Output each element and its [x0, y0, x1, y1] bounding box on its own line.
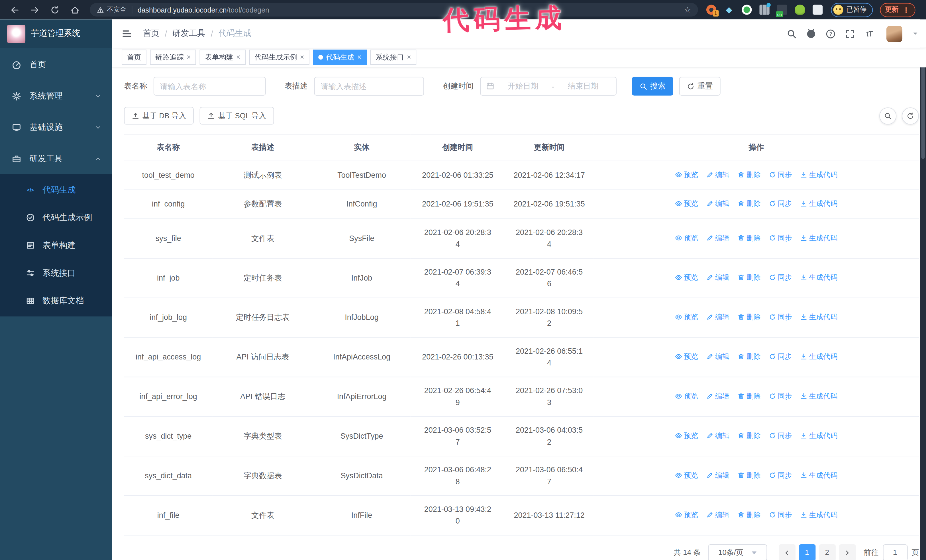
action-eye-link[interactable]: 预览 [675, 351, 698, 362]
action-eye-link[interactable]: 预览 [675, 232, 698, 244]
table-desc-input[interactable] [314, 77, 424, 95]
action-trash-link[interactable]: 删除 [738, 509, 761, 521]
reset-button[interactable]: 重置 [679, 77, 720, 95]
action-edit-link[interactable]: 编辑 [706, 351, 729, 362]
tab-0[interactable]: 首页 [122, 50, 147, 65]
tab-close-icon[interactable]: × [187, 54, 191, 61]
action-eye-link[interactable]: 预览 [675, 272, 698, 283]
extension-icon-2[interactable]: ◆ [724, 5, 734, 15]
extension-icon-1[interactable]: 1 [706, 5, 716, 15]
action-sync-link[interactable]: 同步 [769, 351, 792, 362]
help-icon[interactable]: ? [826, 29, 836, 39]
tab-2[interactable]: 表单构建× [200, 50, 246, 65]
browser-forward-icon[interactable] [30, 5, 39, 15]
action-edit-link[interactable]: 编辑 [706, 509, 729, 521]
tab-5[interactable]: 系统接口× [371, 50, 416, 65]
sidebar-subitem-2[interactable]: 表单构建 [0, 231, 112, 259]
user-caret-down-icon[interactable] [912, 30, 919, 37]
action-trash-link[interactable]: 删除 [738, 351, 761, 362]
browser-home-icon[interactable] [70, 5, 80, 15]
action-download-link[interactable]: 生成代码 [800, 390, 838, 402]
tab-close-icon[interactable]: × [407, 54, 411, 61]
page-button-1[interactable]: 1 [799, 544, 815, 560]
action-trash-link[interactable]: 删除 [738, 390, 761, 402]
action-sync-link[interactable]: 同步 [769, 311, 792, 323]
sidebar-subitem-1[interactable]: 代码生成示例 [0, 204, 112, 231]
extension-icon-6[interactable] [795, 5, 805, 15]
breadcrumb-home[interactable]: 首页 [143, 28, 160, 39]
browser-scrollbar[interactable] [920, 20, 926, 560]
hamburger-icon[interactable] [122, 28, 132, 39]
extension-icon-3[interactable] [741, 5, 752, 15]
action-edit-link[interactable]: 编辑 [706, 469, 729, 481]
create-time-range-picker[interactable]: 开始日期 - 结束日期 [480, 77, 617, 95]
action-edit-link[interactable]: 编辑 [706, 169, 729, 181]
action-edit-link[interactable]: 编辑 [706, 430, 729, 442]
toggle-search-button[interactable] [879, 107, 896, 124]
action-edit-link[interactable]: 编辑 [706, 272, 729, 283]
browser-back-icon[interactable] [10, 5, 20, 15]
sidebar-subitem-0[interactable]: </>代码生成 [0, 176, 112, 204]
end-date-placeholder[interactable]: 结束日期 [555, 81, 611, 91]
chrome-menu-icon[interactable]: ⋮ [903, 6, 910, 14]
sidebar-item-1[interactable]: 系统管理 [0, 80, 112, 112]
font-size-icon[interactable]: tT [864, 29, 875, 39]
tab-3[interactable]: 代码生成示例× [249, 50, 309, 65]
user-avatar[interactable] [887, 26, 902, 42]
action-sync-link[interactable]: 同步 [769, 390, 792, 402]
action-trash-link[interactable]: 删除 [738, 169, 761, 181]
sidebar-subitem-4[interactable]: 数据库文档 [0, 287, 112, 314]
action-trash-link[interactable]: 删除 [738, 198, 761, 209]
chrome-update-button[interactable]: 更新 ⋮ [879, 3, 915, 17]
extension-icon-4[interactable] [759, 5, 769, 15]
action-download-link[interactable]: 生成代码 [800, 469, 838, 481]
action-trash-link[interactable]: 删除 [738, 430, 761, 442]
bookmark-star-icon[interactable]: ☆ [684, 6, 691, 14]
page-size-select[interactable]: 10条/页 [708, 544, 767, 560]
action-sync-link[interactable]: 同步 [769, 169, 792, 181]
action-sync-link[interactable]: 同步 [769, 469, 792, 481]
next-page-button[interactable] [839, 544, 855, 560]
action-trash-link[interactable]: 删除 [738, 272, 761, 283]
action-download-link[interactable]: 生成代码 [800, 232, 838, 244]
import-db-button[interactable]: 基于 DB 导入 [124, 107, 194, 124]
action-sync-link[interactable]: 同步 [769, 430, 792, 442]
sidebar-item-0[interactable]: 首页 [0, 49, 112, 80]
refresh-table-button[interactable] [902, 107, 919, 124]
action-download-link[interactable]: 生成代码 [800, 430, 838, 442]
action-download-link[interactable]: 生成代码 [800, 169, 838, 181]
fullscreen-icon[interactable] [845, 29, 855, 39]
browser-reload-icon[interactable] [50, 5, 59, 15]
browser-url-bar[interactable]: 不安全 dashboard.yudao.iocoder.cn/tool/code… [90, 3, 698, 17]
sidebar-item-2[interactable]: 基础设施 [0, 112, 112, 143]
action-sync-link[interactable]: 同步 [769, 232, 792, 244]
tab-1[interactable]: 链路追踪× [150, 50, 196, 65]
action-download-link[interactable]: 生成代码 [800, 509, 838, 521]
action-eye-link[interactable]: 预览 [675, 390, 698, 402]
action-edit-link[interactable]: 编辑 [706, 232, 729, 244]
action-download-link[interactable]: 生成代码 [800, 272, 838, 283]
action-edit-link[interactable]: 编辑 [706, 390, 729, 402]
breadcrumb-tools[interactable]: 研发工具 [172, 28, 206, 39]
action-eye-link[interactable]: 预览 [675, 169, 698, 181]
action-sync-link[interactable]: 同步 [769, 198, 792, 209]
start-date-placeholder[interactable]: 开始日期 [495, 81, 551, 91]
goto-page-input[interactable] [883, 544, 908, 560]
tab-close-icon[interactable]: × [357, 54, 362, 61]
action-download-link[interactable]: 生成代码 [800, 311, 838, 323]
sidebar-item-3[interactable]: 研发工具 [0, 143, 112, 174]
import-sql-button[interactable]: 基于 SQL 导入 [200, 107, 274, 124]
extension-icon-5[interactable]: on [777, 5, 787, 15]
action-eye-link[interactable]: 预览 [675, 509, 698, 521]
github-icon[interactable] [806, 29, 816, 39]
tab-close-icon[interactable]: × [236, 54, 241, 61]
header-search-icon[interactable] [787, 29, 797, 39]
extensions-puzzle-icon[interactable] [813, 5, 823, 15]
action-trash-link[interactable]: 删除 [738, 232, 761, 244]
action-eye-link[interactable]: 预览 [675, 311, 698, 323]
action-edit-link[interactable]: 编辑 [706, 198, 729, 209]
search-button[interactable]: 搜索 [632, 77, 673, 95]
action-trash-link[interactable]: 删除 [738, 469, 761, 481]
prev-page-button[interactable] [779, 544, 795, 560]
action-eye-link[interactable]: 预览 [675, 430, 698, 442]
